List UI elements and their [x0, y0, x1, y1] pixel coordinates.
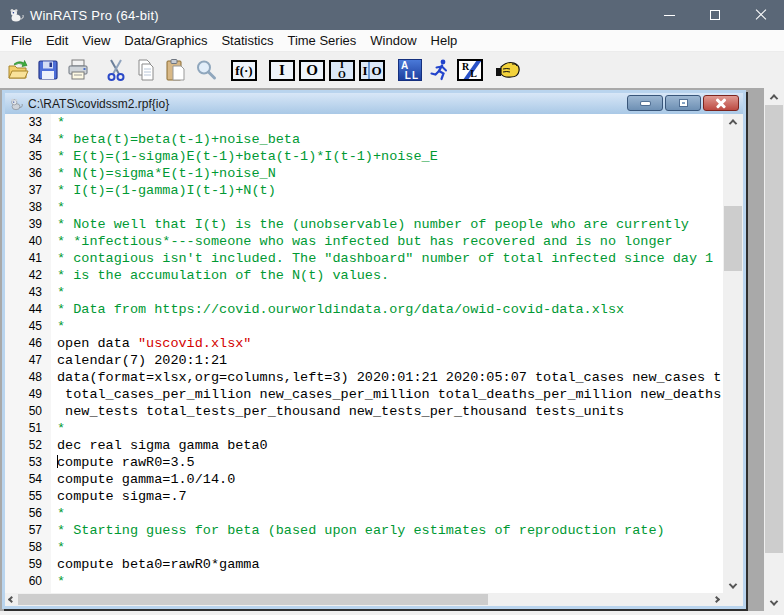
- editor-vertical-scrollbar[interactable]: [723, 114, 743, 593]
- document-minimize-button[interactable]: [627, 95, 663, 111]
- document-minimize-icon: [641, 102, 650, 105]
- help-hand-button[interactable]: [494, 55, 522, 85]
- code-line: 36* N(t)=sigma*E(t-1)+noise_N: [5, 165, 723, 182]
- line-number: 43: [5, 284, 51, 301]
- line-number: 37: [5, 182, 51, 199]
- scissors-icon: [105, 58, 127, 82]
- split-io-bottom-label: O: [338, 70, 346, 80]
- code-line: 38*: [5, 199, 723, 216]
- menu-item-statistics[interactable]: Statistics: [214, 31, 280, 50]
- document-close-button[interactable]: [703, 95, 739, 111]
- frame-scroll-up-button[interactable]: [764, 88, 784, 105]
- line-number: 48: [5, 369, 51, 386]
- print-button[interactable]: [64, 55, 92, 85]
- menu-item-data-graphics[interactable]: Data/Graphics: [117, 31, 214, 50]
- line-text: open data "uscovid.xlsx": [51, 335, 723, 352]
- frame-vertical-scrollbar[interactable]: [764, 88, 784, 611]
- code-line: 39* Note well that I(t) is the (unobserv…: [5, 216, 723, 233]
- line-text: * Starting guess for beta (based upon ea…: [51, 522, 723, 539]
- code-line: 48data(format=xlsx,org=columns,left=3) 2…: [5, 369, 723, 386]
- maximize-button[interactable]: [692, 0, 738, 30]
- paste-button[interactable]: [162, 55, 190, 85]
- code-line: 47calendar(7) 2020:1:21: [5, 352, 723, 369]
- scrollbar-corner: [723, 593, 743, 606]
- split-io-button[interactable]: I O: [328, 55, 356, 85]
- copy-button[interactable]: [132, 55, 160, 85]
- menu-item-time-series[interactable]: Time Series: [280, 31, 363, 50]
- code-line: 37* I(t)=(1-gamma)I(t-1)+N(t): [5, 182, 723, 199]
- io-left-label: I: [362, 64, 367, 77]
- chevron-down-icon: [770, 597, 778, 605]
- line-number: 39: [5, 216, 51, 233]
- line-text: *: [51, 573, 723, 590]
- line-text: * contagious isn't included. The "dashbo…: [51, 250, 723, 267]
- line-text: data(format=xlsx,org=columns,left=3) 202…: [51, 369, 723, 386]
- line-number: 41: [5, 250, 51, 267]
- editor-scroll-right-button[interactable]: [710, 593, 723, 606]
- frame-scroll-down-button[interactable]: [764, 594, 784, 611]
- editor-horizontal-scroll-thumb[interactable]: [18, 594, 488, 605]
- line-number: 58: [5, 539, 51, 556]
- menu-bar: FileEditViewData/GraphicsStatisticsTime …: [0, 30, 784, 52]
- close-icon: [755, 9, 767, 21]
- input-window-icon: I: [269, 60, 295, 81]
- menu-item-edit[interactable]: Edit: [39, 31, 75, 50]
- function-wizard-button[interactable]: f(·): [230, 55, 258, 85]
- code-line: 58*: [5, 539, 723, 556]
- line-text: *: [51, 539, 723, 556]
- document-title: C:\RATS\covidssm2.rpf{io}: [28, 97, 169, 111]
- document-body: 33*34* beta(t)=beta(t-1)+noise_beta35* E…: [5, 114, 743, 606]
- line-number: 46: [5, 335, 51, 352]
- menu-item-window[interactable]: Window: [363, 31, 423, 50]
- printer-icon: [66, 58, 90, 82]
- editor-horizontal-scrollbar[interactable]: [5, 593, 723, 606]
- io-right-label: O: [371, 64, 381, 77]
- window-title: WinRATS Pro (64-bit): [30, 8, 159, 23]
- function-icon: f(·): [231, 60, 257, 81]
- document-title-bar[interactable]: C:\RATS\covidssm2.rpf{io}: [5, 93, 743, 114]
- frame-vertical-scroll-thumb[interactable]: [765, 105, 783, 553]
- code-line: 35* E(t)=(1-sigma)E(t-1)+beta(t-1)*I(t-1…: [5, 148, 723, 165]
- app-rat-icon: [8, 7, 24, 23]
- open-button[interactable]: [4, 55, 32, 85]
- document-rat-icon: [9, 97, 23, 111]
- cut-button[interactable]: [102, 55, 130, 85]
- editor-scroll-up-button[interactable]: [723, 114, 743, 129]
- toolbar: f(·) I O I O I O: [0, 52, 784, 88]
- run-button[interactable]: [426, 55, 454, 85]
- line-text: * Data from https://covid.ourworldindata…: [51, 301, 723, 318]
- io-window-button[interactable]: I O: [358, 55, 386, 85]
- ready-local-button[interactable]: R L: [456, 55, 484, 85]
- menu-item-help[interactable]: Help: [424, 31, 465, 50]
- clipboard-icon: [164, 58, 188, 82]
- line-number: 35: [5, 148, 51, 165]
- output-window-button[interactable]: O: [298, 55, 326, 85]
- line-number: 44: [5, 301, 51, 318]
- minimize-button[interactable]: [646, 0, 692, 30]
- show-all-button[interactable]: A LL: [396, 55, 424, 85]
- line-text: * E(t)=(1-sigma)E(t-1)+beta(t-1)*I(t-1)+…: [51, 148, 723, 165]
- menu-item-view[interactable]: View: [75, 31, 117, 50]
- editor-scroll-down-button[interactable]: [723, 578, 743, 593]
- code-line: 33*: [5, 114, 723, 131]
- document-restore-button[interactable]: [665, 95, 701, 111]
- line-number: 60: [5, 573, 51, 590]
- line-text: total_cases_per_million new_cases_per_mi…: [51, 386, 723, 403]
- code-editor[interactable]: 33*34* beta(t)=beta(t-1)+noise_beta35* E…: [5, 114, 723, 593]
- chevron-up-icon: [770, 94, 778, 102]
- find-button[interactable]: [192, 55, 220, 85]
- editor-vertical-scroll-thumb[interactable]: [724, 206, 742, 271]
- line-number: 38: [5, 199, 51, 216]
- document-restore-icon: [680, 100, 687, 106]
- close-button[interactable]: [738, 0, 784, 30]
- input-window-button[interactable]: I: [268, 55, 296, 85]
- menu-item-file[interactable]: File: [4, 31, 39, 50]
- code-line: 46open data "uscovid.xlsx": [5, 335, 723, 352]
- line-text: *: [51, 199, 723, 216]
- show-all-icon: A LL: [398, 59, 422, 81]
- maximize-icon: [710, 10, 720, 20]
- code-line: 41* contagious isn't included. The "dash…: [5, 250, 723, 267]
- line-number: 57: [5, 522, 51, 539]
- save-button[interactable]: [34, 55, 62, 85]
- editor-scroll-left-button[interactable]: [5, 593, 18, 606]
